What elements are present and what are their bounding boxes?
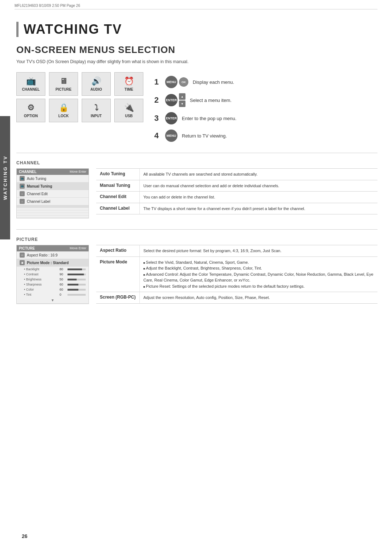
input-icon: ⤵ bbox=[94, 103, 98, 112]
osd-channel-icon-1: 📺 bbox=[20, 184, 25, 189]
channel-label: CHANNEL bbox=[22, 87, 40, 91]
picture-sub-tint: • Tint 0 bbox=[17, 292, 89, 297]
channel-section-layout: CHANNEL Move Enter 📺 Auto Tuning 📺 Manua… bbox=[16, 168, 377, 218]
channel-icon: 📺 bbox=[26, 77, 36, 86]
ok-button-1[interactable]: OK bbox=[179, 77, 188, 87]
picture-osd-title-bar: PICTURE Move Enter bbox=[17, 245, 89, 251]
picture-bullet-2: Advanced Control: Adjust the Color Tempe… bbox=[143, 271, 374, 283]
page-number: 26 bbox=[22, 533, 28, 539]
backlight-progress: 80 bbox=[60, 267, 86, 271]
picture-desc-label-1: Picture Mode bbox=[96, 257, 140, 292]
channel-section-header: CHANNEL bbox=[16, 160, 377, 165]
picture-desc-row-0: Aspect Ratio Select the desired picture … bbox=[96, 245, 377, 257]
contrast-bar bbox=[68, 274, 86, 275]
icon-option[interactable]: ⚙ OPTION bbox=[16, 99, 45, 122]
enter-button-3[interactable]: ENTER bbox=[165, 112, 177, 124]
osd-channel-item-5 bbox=[17, 208, 89, 210]
contrast-fill bbox=[68, 274, 84, 275]
picture-sub-backlight: • Backlight 80 bbox=[17, 267, 89, 272]
usb-label: USB bbox=[125, 114, 132, 118]
main-title: WATCHING TV bbox=[16, 22, 377, 37]
brightness-bar bbox=[68, 279, 86, 280]
step-2-description: Select a menu item. bbox=[190, 98, 232, 103]
sharpness-progress: 60 bbox=[60, 283, 86, 286]
picture-desc-row-2: Screen (RGB-PC) Adjust the screen Resolu… bbox=[96, 292, 377, 304]
step-2-number: 2 bbox=[154, 95, 161, 105]
picture-desc-table: Aspect Ratio Select the desired picture … bbox=[96, 245, 377, 304]
step-4-description: Return to TV viewing. bbox=[182, 133, 227, 139]
osd-channel-item-0: 📺 Auto Tuning bbox=[17, 175, 89, 182]
picture-bullet-3: Picture Reset: Settings of the selected … bbox=[143, 283, 374, 290]
icon-time[interactable]: ⏰ TIME bbox=[114, 72, 143, 96]
icon-input[interactable]: ⤵ INPUT bbox=[82, 99, 111, 122]
brightness-progress: 50 bbox=[60, 278, 86, 281]
input-label: INPUT bbox=[91, 114, 102, 118]
channel-desc-text-0: All available TV channels are searched a… bbox=[140, 169, 377, 180]
lock-icon: 🔒 bbox=[59, 103, 69, 112]
down-arrow-2[interactable]: ▼ bbox=[179, 100, 185, 107]
backlight-bar bbox=[68, 268, 86, 270]
picture-osd-mock: PICTURE Move Enter ▭ Aspect Ratio : 16:9… bbox=[16, 245, 89, 304]
tint-progress: 0 bbox=[60, 293, 86, 296]
usb-icon: 🔌 bbox=[124, 103, 134, 112]
step-4-number: 4 bbox=[154, 131, 161, 140]
osd-channel-item-2: ○ Channel Edit bbox=[17, 190, 89, 198]
step-3-number: 3 bbox=[154, 114, 161, 123]
arrow-buttons-2: ▲ ▼ bbox=[179, 93, 185, 107]
menu-button-4[interactable]: MENU bbox=[165, 130, 177, 142]
icon-channel[interactable]: 📺 CHANNEL bbox=[16, 72, 45, 96]
menu-icons-row-2: ⚙ OPTION 🔒 LOCK ⤵ INPUT 🔌 USB bbox=[16, 99, 143, 122]
section-title: ON-SCREEN MENUS SELECTION bbox=[16, 44, 377, 56]
channel-desc-label-0: Auto Tuning bbox=[96, 169, 140, 180]
channel-desc-text-1: User can do manual channel selection and… bbox=[140, 180, 377, 192]
up-arrow-2[interactable]: ▲ bbox=[179, 93, 185, 100]
picture-osd-more: ▼ bbox=[17, 297, 89, 304]
channel-desc-row-0: Auto Tuning All available TV channels ar… bbox=[96, 169, 377, 180]
step-1: 1 MENU OK Display each menu. bbox=[154, 76, 377, 88]
menu-icons-grid: 📺 CHANNEL 🖥 PICTURE 🔊 AUDIO ⏰ TIME bbox=[16, 72, 143, 122]
osd-channel-icon-2: ○ bbox=[20, 191, 25, 196]
backlight-fill bbox=[68, 268, 82, 270]
osd-channel-icon-0: 📺 bbox=[20, 176, 25, 181]
channel-desc-label-1: Manual Tuning bbox=[96, 180, 140, 192]
picture-desc-text-1: Select the Vivid, Standard, Natural, Cin… bbox=[140, 257, 377, 292]
option-label: OPTION bbox=[24, 114, 38, 118]
channel-desc-text-2: You can add or delete in the channel lis… bbox=[140, 192, 377, 203]
channel-desc-row-1: Manual Tuning User can do manual channel… bbox=[96, 180, 377, 192]
picture-desc-label-0: Aspect Ratio bbox=[96, 245, 140, 256]
time-icon: ⏰ bbox=[124, 77, 134, 86]
icon-picture[interactable]: 🖥 PICTURE bbox=[49, 72, 78, 96]
step-1-number: 1 bbox=[154, 77, 161, 87]
icon-lock[interactable]: 🔒 LOCK bbox=[49, 99, 78, 122]
lock-label: LOCK bbox=[58, 114, 69, 118]
step-2-button: ENTER ▲ ▼ bbox=[165, 93, 185, 107]
time-label: TIME bbox=[124, 87, 133, 91]
icon-usb[interactable]: 🔌 USB bbox=[114, 99, 143, 122]
picture-icon: 🖥 bbox=[60, 77, 68, 86]
step-4: 4 MENU Return to TV viewing. bbox=[154, 130, 377, 142]
picture-mode-bullets: Select the Vivid, Standard, Natural, Cin… bbox=[143, 259, 374, 290]
option-icon: ⚙ bbox=[27, 103, 34, 112]
picture-sub-sharpness: • Sharpness 60 bbox=[17, 282, 89, 287]
channel-desc-text-3: The TV displays a short name for a chann… bbox=[140, 203, 377, 214]
enter-button-2[interactable]: ENTER bbox=[165, 94, 177, 106]
color-progress: 60 bbox=[60, 288, 86, 291]
menu-button-1[interactable]: MENU bbox=[165, 76, 177, 88]
picture-desc-label-2: Screen (RGB-PC) bbox=[96, 292, 140, 303]
channel-desc-row-2: Channel Edit You can add or delete in th… bbox=[96, 192, 377, 203]
menu-icons-row-1: 📺 CHANNEL 🖥 PICTURE 🔊 AUDIO ⏰ TIME bbox=[16, 72, 143, 96]
channel-desc-table: Auto Tuning All available TV channels ar… bbox=[96, 168, 377, 214]
divider-1 bbox=[16, 153, 377, 153]
picture-bullet-0: Select the Vivid, Standard, Natural, Cin… bbox=[143, 259, 374, 266]
picture-sub-contrast: • Contrast 90 bbox=[17, 272, 89, 277]
step-3: 3 ENTER Enter to the pop up menu. bbox=[154, 112, 377, 124]
picture-desc-text-0: Select the desired picture format: Set b… bbox=[140, 245, 377, 256]
osd-channel-item-1: 📺 Manual Tuning bbox=[17, 182, 89, 190]
icon-audio[interactable]: 🔊 AUDIO bbox=[82, 72, 111, 96]
osd-channel-item-7 bbox=[17, 213, 89, 216]
side-tab: WATCHING TV bbox=[0, 116, 10, 239]
picture-bullet-1: Adjust the Backlight, Contrast, Brightne… bbox=[143, 265, 374, 271]
aspect-ratio-icon: ▭ bbox=[20, 253, 25, 258]
osd-channel-item-4 bbox=[17, 205, 89, 208]
sharpness-bar bbox=[68, 284, 86, 286]
